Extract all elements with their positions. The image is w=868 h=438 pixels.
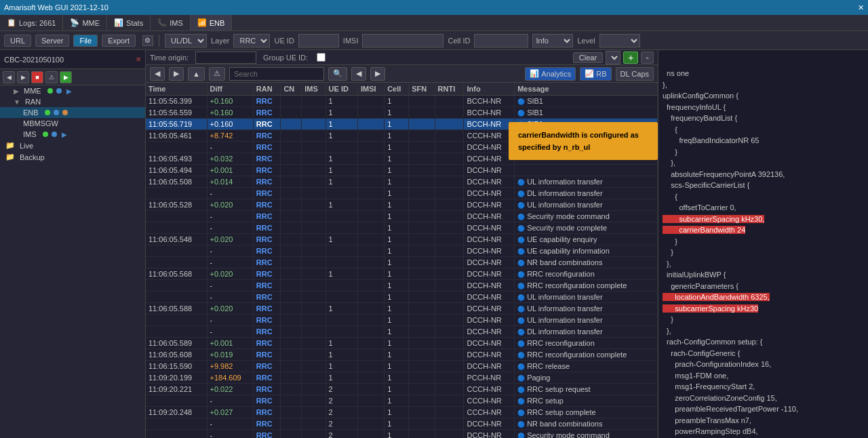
sidebar-item-backup[interactable]: 📁 Backup bbox=[0, 151, 145, 163]
sidebar-item-live[interactable]: 📁 Live bbox=[0, 140, 145, 151]
file-btn[interactable]: File bbox=[73, 35, 98, 47]
table-row[interactable]: 11:06:05.528+0.020RRC11DCCH-NR🔵UL inform… bbox=[146, 199, 658, 211]
table-row[interactable]: 11:06:05.568+0.020RRC11DCCH-NR🔵RRC recon… bbox=[146, 268, 658, 280]
tab-enb[interactable]: 📶 ENB bbox=[191, 15, 233, 31]
col-sfn[interactable]: SFN bbox=[409, 83, 435, 96]
table-row[interactable]: -RRC1DCCH-NR🔵UE capability information bbox=[146, 245, 658, 257]
col-msg[interactable]: Message bbox=[515, 83, 658, 96]
next-btn[interactable]: ▶ bbox=[370, 67, 385, 81]
table-row[interactable]: 11:05:56.559+0.160RRC11BCCH-NR🔵SIB1 bbox=[146, 107, 658, 119]
imsi-input[interactable] bbox=[362, 34, 443, 47]
search-input[interactable] bbox=[229, 67, 324, 81]
right-panel[interactable]: ns one},uplinkConfigCommon { frequencyIn… bbox=[658, 50, 868, 438]
table-row[interactable]: -RRC1DCCH-NR🔵UL information transfer bbox=[146, 315, 658, 326]
table-row[interactable]: 11:06:05.508+0.014RRC11DCCH-NR🔵UL inform… bbox=[146, 176, 658, 188]
stats-icon: 📊 bbox=[114, 18, 123, 27]
rb-btn[interactable]: 📈 RB bbox=[580, 67, 611, 81]
cellid-input[interactable] bbox=[474, 34, 528, 47]
table-row[interactable]: -RRC21CCCH-NR🔵RRC setup bbox=[146, 395, 658, 407]
table-row[interactable]: 11:06:05.494+0.001RRC11DCCH-NR bbox=[146, 165, 658, 176]
sidebar-stop-btn[interactable]: ■ bbox=[31, 71, 43, 83]
folder-icon-live: 📁 bbox=[5, 141, 15, 150]
server-btn[interactable]: Server bbox=[35, 35, 69, 47]
col-cn[interactable]: CN bbox=[281, 83, 302, 96]
sidebar-item-mbmsgw[interactable]: MBMSGW bbox=[0, 118, 145, 129]
table-row[interactable]: -RRC1DCCH-NR🔵RRC reconfiguration complet… bbox=[146, 280, 658, 292]
sidebar-nav-fwd[interactable]: ▶ bbox=[17, 71, 29, 83]
table-row[interactable]: -RRC1DCCH-NR🔵NR band combinations bbox=[146, 257, 658, 268]
settings-icon[interactable]: ⚙ bbox=[142, 35, 153, 46]
col-info[interactable]: Info bbox=[464, 83, 515, 96]
prev-btn[interactable]: ◀ bbox=[351, 67, 366, 81]
table-row[interactable]: 11:06:05.589+0.001RRC11DCCH-NR🔵RRC recon… bbox=[146, 338, 658, 349]
main-layout: CBC-2021050100 ✕ ◀ ▶ ■ ⚠ ▶ ▶ MME ▶ ▼ RAN… bbox=[0, 50, 868, 438]
time-origin-input[interactable]: 00:00:00.000 bbox=[195, 52, 256, 64]
tab-ims[interactable]: 📞 IMS bbox=[151, 15, 191, 31]
col-rnti[interactable]: RNTI bbox=[435, 83, 464, 96]
col-ims[interactable]: IMS bbox=[302, 83, 326, 96]
dot-blue-ims bbox=[52, 132, 57, 137]
col-cell[interactable]: Cell bbox=[384, 83, 409, 96]
code-line: }, bbox=[663, 258, 864, 270]
group-ue-checkbox[interactable] bbox=[317, 53, 326, 62]
add-button[interactable]: + bbox=[623, 52, 638, 64]
tab-mme[interactable]: 📡 MME bbox=[63, 15, 107, 31]
sidebar-item-ims[interactable]: IMS ▶ bbox=[0, 129, 145, 140]
export-btn[interactable]: Export bbox=[102, 35, 136, 47]
sidebar-warning-btn[interactable]: ⚠ bbox=[45, 71, 58, 83]
close-btn[interactable]: ✕ bbox=[858, 3, 864, 12]
sidebar-play-btn[interactable]: ▶ bbox=[60, 71, 72, 83]
table-row[interactable]: -RRC1DCCH-NR🔵DL information transfer bbox=[146, 326, 658, 338]
url-btn[interactable]: URL bbox=[4, 35, 31, 47]
table-row[interactable]: 11:06:15.590+9.982RRC11DCCH-NR🔵RRC relea… bbox=[146, 361, 658, 372]
warning-filter-btn[interactable]: ⚠ bbox=[209, 67, 225, 81]
col-ran[interactable]: RAN bbox=[253, 83, 281, 96]
table-row[interactable]: 11:09:20.221+0.022RRC21CCCH-NR🔵RRC setup… bbox=[146, 384, 658, 395]
dl-caps-btn[interactable]: DL Caps bbox=[616, 67, 654, 81]
sidebar-item-enb[interactable]: ENB bbox=[0, 107, 145, 118]
info-select[interactable]: Info bbox=[532, 34, 573, 47]
ueid-input[interactable] bbox=[298, 34, 339, 47]
table-row[interactable]: -RRC21DCCH-NR🔵NR band combinations bbox=[146, 418, 658, 430]
table-row[interactable]: -RRC21DCCH-NR🔵Security mode command bbox=[146, 430, 658, 439]
table-row[interactable]: -RRC1DCCH-NR🔵DL information transfer bbox=[146, 188, 658, 199]
dot-green-ims bbox=[43, 132, 48, 137]
minus-button[interactable]: - bbox=[641, 52, 654, 64]
tab-stats[interactable]: 📊 Stats bbox=[107, 15, 151, 31]
tab-logs[interactable]: 📋 Logs: 2661 bbox=[0, 15, 63, 31]
analytics-btn[interactable]: 📊 Analytics bbox=[525, 67, 576, 81]
ims-icon: 📞 bbox=[157, 18, 167, 27]
table-row[interactable]: 11:09:20.199+184.609RRC11PCCH-NR🔵Paging bbox=[146, 372, 658, 384]
msg-type-icon: 🔵 bbox=[517, 306, 525, 313]
layer-select[interactable]: RRC bbox=[233, 34, 270, 47]
col-diff[interactable]: Diff bbox=[207, 83, 253, 96]
filter-icon-btn[interactable]: 🔍 bbox=[328, 67, 347, 81]
col-imsi[interactable]: IMSI bbox=[358, 83, 384, 96]
clear-button[interactable]: Clear bbox=[573, 52, 603, 63]
sidebar-item-mme[interactable]: ▶ MME ▶ bbox=[0, 85, 145, 96]
table-row[interactable]: -RRC1DCCH-NR🔵Security mode complete bbox=[146, 222, 658, 234]
sidebar-nav-back[interactable]: ◀ bbox=[3, 71, 15, 83]
table-row[interactable]: -RRC1DCCH-NR🔵UL information transfer bbox=[146, 292, 658, 303]
msg-type-icon: 🔵 bbox=[517, 433, 525, 438]
nav-back-btn[interactable]: ◀ bbox=[150, 67, 165, 81]
table-row[interactable]: 11:05:56.399+0.160RRC11BCCH-NR🔵SIB1 bbox=[146, 96, 658, 107]
ueid-label: UE ID bbox=[274, 37, 294, 45]
code-line: uplinkConfigCommon { bbox=[663, 90, 864, 102]
nav-fwd-btn[interactable]: ▶ bbox=[169, 67, 184, 81]
table-row[interactable]: 11:06:05.608+0.019RRC11DCCH-NR🔵RRC recon… bbox=[146, 349, 658, 361]
clear-select[interactable] bbox=[606, 51, 620, 64]
table-row[interactable]: 11:06:05.548+0.020RRC11DCCH-NR🔵UE capabi… bbox=[146, 234, 658, 245]
nav-up-btn[interactable]: ▲ bbox=[188, 67, 205, 81]
table-row[interactable]: 11:09:20.248+0.027RRC21CCCH-NR🔵RRC setup… bbox=[146, 407, 658, 418]
level-select[interactable] bbox=[599, 34, 640, 47]
msg-type-icon: 🔵 bbox=[517, 363, 525, 370]
col-ueid[interactable]: UE ID bbox=[326, 83, 357, 96]
col-time[interactable]: Time bbox=[146, 83, 207, 96]
table-row[interactable]: 11:06:05.588+0.020RRC11DCCH-NR🔵UL inform… bbox=[146, 303, 658, 315]
sidebar-item-ran[interactable]: ▼ RAN bbox=[0, 96, 145, 107]
code-line: powerRampingStep dB4, bbox=[663, 426, 864, 437]
mode-select[interactable]: UL/DL bbox=[165, 34, 207, 47]
sidebar-close-btn[interactable]: ✕ bbox=[136, 56, 141, 63]
table-row[interactable]: -RRC1DCCH-NR🔵Security mode command bbox=[146, 211, 658, 222]
